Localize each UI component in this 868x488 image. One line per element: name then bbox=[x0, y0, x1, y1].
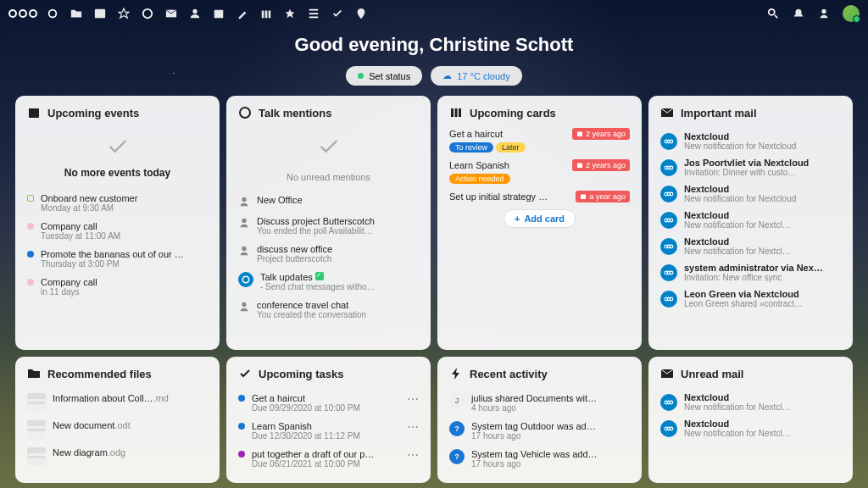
talk-empty-state bbox=[238, 128, 419, 172]
user-avatar[interactable] bbox=[843, 5, 860, 22]
svg-point-15 bbox=[242, 219, 246, 223]
widget-talk-mentions: Talk mentions No unread mentions New Off… bbox=[226, 96, 431, 350]
nextcloud-icon bbox=[660, 264, 677, 281]
talk-icon[interactable] bbox=[141, 7, 154, 20]
mail-item[interactable]: NextcloudNew notification for Nextcloud bbox=[660, 180, 841, 207]
weather-pill[interactable]: ☁ 17 °C cloudy bbox=[431, 66, 522, 86]
contacts-icon[interactable] bbox=[188, 7, 202, 20]
mail-item[interactable]: system administrator via Nex…Invitation:… bbox=[660, 259, 841, 286]
svg-point-14 bbox=[242, 197, 246, 202]
activity-item[interactable]: J julius shared Documents wit…4 hours ag… bbox=[449, 389, 630, 417]
events-empty-state: No more events today bbox=[27, 128, 208, 189]
nextcloud-icon bbox=[660, 186, 677, 202]
deck-card[interactable]: Set up initial strategy …a year ago bbox=[449, 191, 630, 202]
svg-rect-5 bbox=[214, 10, 224, 19]
nextcloud-icon bbox=[660, 133, 677, 150]
activity-item[interactable]: ? System tag Outdoor was ad…17 hours ago bbox=[449, 417, 630, 445]
svg-point-18 bbox=[242, 302, 246, 307]
nextcloud-icon bbox=[660, 420, 677, 437]
svg-point-9 bbox=[769, 9, 775, 15]
list-icon[interactable] bbox=[307, 7, 320, 20]
files-icon[interactable] bbox=[70, 7, 83, 20]
tasks-icon[interactable] bbox=[331, 7, 344, 20]
svg-point-50 bbox=[670, 401, 673, 404]
check-icon bbox=[106, 135, 130, 158]
contacts-menu-icon[interactable] bbox=[817, 7, 831, 20]
dashboard-grid: Upcoming events No more events today Onb… bbox=[0, 96, 868, 483]
svg-rect-1 bbox=[95, 9, 105, 19]
forms-icon[interactable] bbox=[283, 7, 297, 20]
deck-icon[interactable] bbox=[259, 7, 273, 20]
nextcloud-icon bbox=[660, 394, 677, 411]
task-item[interactable]: Learn SpanishDue 12/30/2020 at 11:12 PM … bbox=[238, 417, 419, 445]
mail-item[interactable]: NextcloudNew notification for Nextcl… bbox=[660, 415, 841, 441]
deck-card[interactable]: Get a haircut2 years ago To reviewLater bbox=[449, 128, 630, 152]
svg-point-4 bbox=[192, 9, 197, 14]
widget-unread-mail: Unread mail NextcloudNew notification fo… bbox=[648, 357, 853, 483]
dashboard-icon[interactable] bbox=[46, 7, 59, 20]
file-item[interactable]: New document.odt bbox=[27, 416, 208, 443]
notes-icon[interactable] bbox=[236, 7, 249, 20]
svg-rect-12 bbox=[29, 108, 39, 111]
mail-item[interactable]: NextcloudNew notification for Nextcl… bbox=[660, 207, 841, 233]
calendar-icon bbox=[27, 106, 41, 119]
file-item[interactable]: New diagram.odg bbox=[27, 443, 208, 470]
svg-rect-7 bbox=[265, 11, 268, 19]
event-item[interactable]: Company callin 11 days bbox=[27, 273, 208, 301]
add-card-button[interactable]: + Add card bbox=[504, 209, 576, 228]
calendar-icon[interactable] bbox=[212, 7, 225, 20]
top-bar bbox=[0, 0, 868, 27]
mail-item[interactable]: NextcloudNew notification for Nextcl… bbox=[660, 233, 841, 259]
deck-icon bbox=[449, 106, 463, 119]
topbar-right bbox=[766, 5, 860, 22]
svg-rect-8 bbox=[269, 11, 271, 19]
dashboard-header: Good evening, Christine Schott Set statu… bbox=[0, 27, 868, 96]
check-icon bbox=[238, 367, 252, 380]
file-item[interactable]: Information about Coll….md bbox=[27, 389, 208, 416]
mail-icon bbox=[660, 367, 674, 380]
widget-important-mail: Important mail NextcloudNew notification… bbox=[648, 96, 853, 350]
mail-item[interactable]: Leon Green via NextcloudLeon Green share… bbox=[660, 286, 841, 312]
maps-icon[interactable] bbox=[354, 7, 368, 20]
logo[interactable] bbox=[8, 9, 37, 18]
svg-point-43 bbox=[670, 271, 673, 274]
nextcloud-icon bbox=[660, 212, 677, 229]
task-item[interactable]: put together a draft of our p…Due 06/21/… bbox=[238, 445, 419, 473]
event-item[interactable]: Promote the bananas out of our …Thursday… bbox=[27, 245, 208, 273]
talk-item[interactable]: Talk updates - Send chat messages witho… bbox=[238, 268, 419, 296]
event-item[interactable]: Onboard new customerMonday at 9:30 AM bbox=[27, 189, 208, 217]
deck-card[interactable]: Learn Spanish2 years ago Action needed bbox=[449, 159, 630, 184]
set-status-button[interactable]: Set status bbox=[346, 66, 422, 86]
svg-point-31 bbox=[670, 166, 673, 169]
talk-item[interactable]: Discuss project ButterscotchYou ended th… bbox=[238, 212, 419, 240]
more-icon[interactable]: ⋯ bbox=[407, 449, 419, 461]
mail-item[interactable]: NextcloudNew notification for Nextcloud bbox=[660, 128, 841, 154]
nextcloud-icon bbox=[660, 291, 677, 308]
activity-avatar: ? bbox=[449, 449, 465, 464]
talk-item[interactable]: New Office bbox=[238, 191, 419, 212]
activity-item[interactable]: ? System tag Vehicle was add…17 hours ag… bbox=[449, 445, 630, 473]
activity-icon[interactable] bbox=[117, 7, 131, 20]
svg-rect-24 bbox=[581, 195, 586, 200]
check-icon bbox=[317, 135, 341, 158]
nextcloud-icon bbox=[660, 238, 677, 255]
svg-rect-20 bbox=[455, 108, 458, 117]
activity-avatar: J bbox=[449, 393, 465, 408]
svg-point-34 bbox=[670, 192, 673, 196]
talk-item[interactable]: discuss new officeProject butterscotch bbox=[238, 240, 419, 268]
talk-item[interactable]: conference travel chatYou created the co… bbox=[238, 296, 419, 324]
more-icon[interactable]: ⋯ bbox=[407, 421, 419, 433]
event-item[interactable]: Company callTuesday at 11:00 AM bbox=[27, 217, 208, 245]
activity-avatar: ? bbox=[449, 421, 465, 436]
mail-item[interactable]: NextcloudNew notification for Nextcl… bbox=[660, 389, 841, 415]
mail-item[interactable]: Jos Poortvliet via NextcloudInvitation: … bbox=[660, 154, 841, 180]
search-icon[interactable] bbox=[766, 7, 780, 20]
talk-icon bbox=[238, 106, 252, 119]
svg-point-16 bbox=[242, 247, 246, 251]
mail-icon[interactable] bbox=[164, 7, 178, 20]
notifications-icon[interactable] bbox=[792, 7, 805, 20]
widget-upcoming-cards: Upcoming cards Get a haircut2 years ago … bbox=[437, 96, 642, 350]
task-item[interactable]: Get a haircutDue 09/29/2020 at 10:00 PM … bbox=[238, 389, 419, 417]
photos-icon[interactable] bbox=[93, 7, 107, 20]
more-icon[interactable]: ⋯ bbox=[407, 393, 419, 405]
